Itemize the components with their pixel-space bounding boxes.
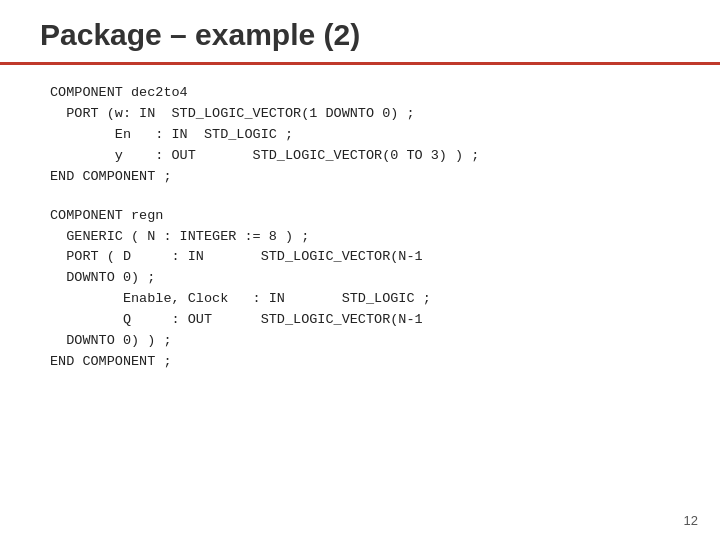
code-line: COMPONENT regn (50, 206, 670, 227)
code-line: PORT ( D : IN STD_LOGIC_VECTOR(N-1 (50, 247, 670, 268)
slide-title: Package – example (2) (40, 18, 360, 51)
code-line: En : IN STD_LOGIC ; (50, 125, 670, 146)
code-block-1: COMPONENT dec2to4 PORT (w: IN STD_LOGIC_… (50, 83, 670, 188)
title-bar: Package – example (2) (0, 0, 720, 65)
code-block-2: COMPONENT regn GENERIC ( N : INTEGER := … (50, 206, 670, 373)
slide-container: Package – example (2) COMPONENT dec2to4 … (0, 0, 720, 540)
code-line: DOWNTO 0) ; (50, 268, 670, 289)
slide-number: 12 (684, 513, 698, 528)
code-line: GENERIC ( N : INTEGER := 8 ) ; (50, 227, 670, 248)
code-line: COMPONENT dec2to4 (50, 83, 670, 104)
code-line: DOWNTO 0) ) ; (50, 331, 670, 352)
code-line: PORT (w: IN STD_LOGIC_VECTOR(1 DOWNTO 0)… (50, 104, 670, 125)
code-line: Enable, Clock : IN STD_LOGIC ; (50, 289, 670, 310)
code-line: y : OUT STD_LOGIC_VECTOR(0 TO 3) ) ; (50, 146, 670, 167)
code-line: END COMPONENT ; (50, 352, 670, 373)
code-line: END COMPONENT ; (50, 167, 670, 188)
code-line: Q : OUT STD_LOGIC_VECTOR(N-1 (50, 310, 670, 331)
content-area: COMPONENT dec2to4 PORT (w: IN STD_LOGIC_… (0, 65, 720, 540)
